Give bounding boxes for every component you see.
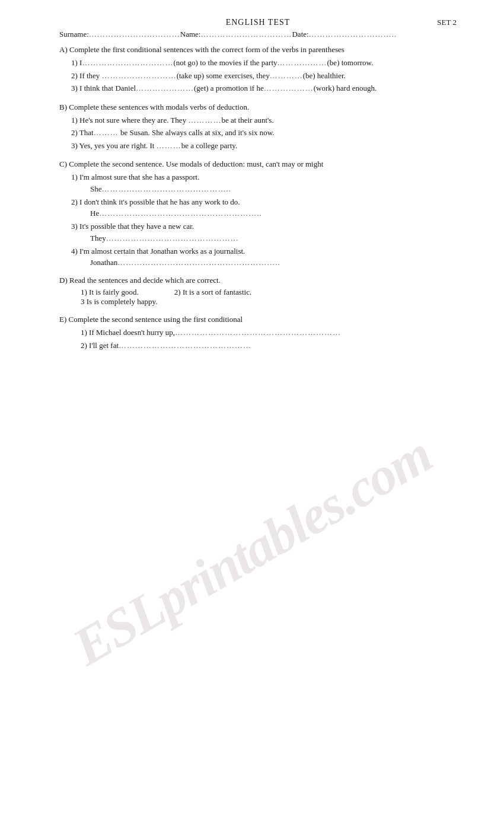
- list-item: 1) If Michael doesn't hurry up,…………………………: [81, 327, 457, 339]
- answer-line: Jonathan…………………………………………………..: [90, 258, 457, 267]
- section-b-title: B) Complete these sentences with modals …: [59, 103, 457, 112]
- date-field: …………………………..: [309, 30, 397, 39]
- set-label: SET 2: [437, 18, 457, 27]
- list-item: 2) It is a sort of fantastic.: [174, 288, 251, 297]
- list-item: 1) I'm almost sure that she has a passpo…: [71, 171, 457, 183]
- date-label: Date:: [292, 30, 308, 39]
- answer-line: He…………………………………………………..: [90, 209, 457, 218]
- info-row: Surname:…………………………… Name:…………………………… Dat…: [59, 30, 457, 39]
- d-inline-row: 1) It is fairly good. 2) It is a sort of…: [81, 288, 457, 297]
- section-c-title: C) Complete the second sentence. Use mod…: [59, 159, 457, 169]
- list-item: 3) Yes, yes you are right. It ………be a co…: [71, 140, 457, 152]
- header: ENGLISH TEST SET 2: [59, 18, 457, 27]
- name-field: ……………………………: [200, 30, 292, 39]
- section-e-items: 1) If Michael doesn't hurry up,…………………………: [81, 327, 457, 351]
- section-c: C) Complete the second sentence. Use mod…: [59, 159, 457, 267]
- name-label: Name:: [180, 30, 201, 39]
- list-item: 2) That……… be Susan. She always calls at…: [71, 127, 457, 139]
- watermark: ESLprintables.com: [62, 423, 441, 677]
- answer-line: She………………………………………..: [90, 184, 457, 194]
- list-item: 1) He's not sure where they are. They ………: [71, 114, 457, 126]
- section-d: D) Read the sentences and decide which a…: [59, 276, 457, 307]
- list-item: 3) I think that Daniel…………………(get) a pro…: [71, 82, 457, 94]
- list-item: 2) I'll get fat…………………………………………: [81, 340, 457, 352]
- list-item: 4) I'm almost certain that Jonathan work…: [71, 245, 457, 257]
- list-item: 3 Is is completely happy.: [81, 297, 457, 307]
- answer-line: They…………………………………………: [90, 234, 457, 243]
- surname-label: Surname:: [59, 30, 89, 39]
- list-item: 2) I don't think it's possible that he h…: [71, 196, 457, 208]
- list-item: 3) It's possible that they have a new ca…: [71, 221, 457, 232]
- page: ENGLISH TEST SET 2 Surname:…………………………… N…: [0, 0, 504, 830]
- section-d-title: D) Read the sentences and decide which a…: [59, 276, 457, 285]
- section-a-title: A) Complete the first conditional senten…: [59, 45, 457, 55]
- section-c-items: 1) I'm almost sure that she has a passpo…: [71, 171, 457, 267]
- section-b-items: 1) He's not sure where they are. They ………: [71, 114, 457, 152]
- section-e-title: E) Complete the second sentence using th…: [59, 315, 457, 324]
- list-item: 1) It is fairly good.: [81, 288, 139, 297]
- section-b: B) Complete these sentences with modals …: [59, 103, 457, 152]
- section-d-items: 1) It is fairly good. 2) It is a sort of…: [81, 288, 457, 307]
- surname-field: ……………………………: [89, 30, 180, 39]
- page-title: ENGLISH TEST: [192, 18, 324, 27]
- section-a: A) Complete the first conditional senten…: [59, 45, 457, 94]
- section-e: E) Complete the second sentence using th…: [59, 315, 457, 351]
- list-item: 2) If they ………………………(take up) some exerc…: [71, 70, 457, 82]
- list-item: 1) I……………………………(not go) to the movies if…: [71, 57, 457, 69]
- section-a-items: 1) I……………………………(not go) to the movies if…: [71, 57, 457, 94]
